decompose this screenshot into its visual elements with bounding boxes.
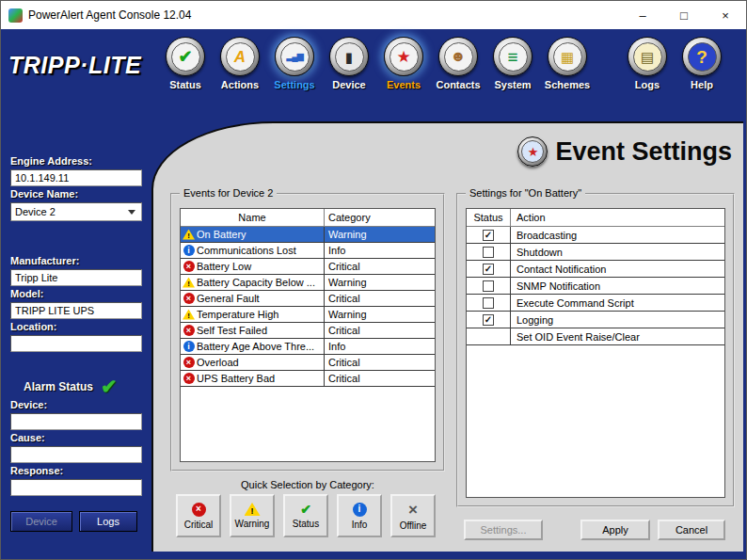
table-row[interactable]: Execute Command Script [467, 295, 724, 312]
nav-item-status[interactable]: ✔Status [158, 37, 213, 90]
warning-icon: ! [183, 230, 195, 240]
app-icon [8, 8, 23, 23]
model-label: Model: [10, 288, 142, 300]
quick-status-button[interactable]: ✔Status [283, 494, 328, 537]
table-row[interactable]: !On BatteryWarning [181, 227, 435, 243]
nav-item-label: Settings [274, 79, 314, 90]
status-cell [467, 328, 510, 344]
table-row[interactable]: iBattery Age Above Thre...Info [181, 339, 435, 355]
model-field[interactable]: TRIPP LITE UPS [10, 302, 142, 319]
table-row[interactable]: SNMP Notification [467, 278, 724, 295]
minimize-button[interactable]: – [622, 1, 663, 29]
nav-item-contacts[interactable]: ☻Contacts [431, 37, 485, 90]
close-button[interactable]: × [705, 1, 746, 29]
event-icon-cell: × [181, 261, 197, 272]
critical-icon: × [183, 373, 195, 384]
device-field[interactable] [10, 413, 142, 430]
checkbox[interactable]: ✓ [483, 230, 494, 241]
nav-item-logs[interactable]: ▤Logs [620, 37, 675, 90]
system-icon: ≡ [493, 37, 532, 76]
nav-item-label: System [494, 79, 531, 90]
checkbox[interactable] [483, 297, 494, 309]
event-name: Battery Age Above Thre... [197, 341, 324, 352]
info-icon: i [353, 503, 367, 517]
table-row[interactable]: ×Self Test FailedCritical [181, 323, 435, 339]
response-field[interactable] [10, 479, 142, 496]
table-row[interactable]: ×UPS Battery BadCritical [181, 371, 435, 387]
cause-field[interactable] [10, 446, 142, 463]
checkbox[interactable]: ✓ [483, 314, 494, 326]
manufacturer-field[interactable]: Tripp Lite [10, 269, 142, 286]
quick-offline-button[interactable]: ×Offline [390, 494, 436, 537]
event-icon-cell: i [181, 341, 197, 352]
event-category: Info [324, 243, 435, 258]
checkbox[interactable]: ✓ [483, 264, 494, 275]
nav-item-label: Events [387, 79, 421, 90]
table-row[interactable]: ×OverloadCritical [181, 355, 435, 371]
table-row[interactable]: ✓Broadcasting [467, 227, 724, 244]
checkbox[interactable] [483, 280, 494, 292]
event-category: Warning [324, 227, 435, 242]
nav-item-actions[interactable]: AActions [213, 37, 267, 90]
table-row[interactable]: Set OID Event Raise/Clear [467, 328, 724, 345]
nav-item-device[interactable]: ▮Device [322, 37, 376, 90]
cancel-button[interactable]: Cancel [658, 520, 725, 540]
status-cell [467, 244, 510, 260]
quick-warning-button[interactable]: !Warning [230, 494, 275, 537]
column-header-category[interactable]: Category [324, 209, 435, 226]
table-row[interactable]: ✓Contact Notification [467, 261, 724, 278]
settings-groupbox-legend: Settings for "On Battery" [466, 187, 585, 199]
table-row[interactable]: !Temperature HighWarning [181, 307, 435, 323]
nav-item-system[interactable]: ≡System [485, 37, 540, 90]
quick-info-button[interactable]: iInfo [337, 494, 382, 537]
event-category: Critical [324, 355, 435, 370]
column-header-action[interactable]: Action [510, 209, 724, 226]
quick-button-label: Status [293, 519, 319, 529]
column-header-status[interactable]: Status [467, 212, 510, 223]
nav-item-events[interactable]: ★Events [376, 37, 431, 90]
table-row[interactable]: iCommunications LostInfo [181, 243, 435, 259]
offline-icon: × [408, 502, 418, 518]
info-icon: i [183, 341, 195, 352]
events-groupbox: Events for Device 2 Name Category !On Ba… [170, 193, 445, 472]
toolbar-nav-right: ▤Logs?Help [620, 37, 729, 90]
action-label: Contact Notification [510, 261, 724, 277]
table-row[interactable]: ×General FaultCritical [181, 291, 435, 307]
device-name-select[interactable]: Device 2 [10, 202, 142, 221]
event-category: Critical [324, 323, 435, 338]
status-cell [467, 295, 510, 311]
logs-button[interactable]: Logs [79, 511, 137, 532]
nav-item-schemes[interactable]: ▦Schemes [540, 37, 595, 90]
event-category: Critical [324, 259, 435, 274]
quick-button-label: Critical [184, 520, 214, 530]
event-settings-icon: ★ [517, 136, 548, 167]
event-icon-cell: × [181, 357, 197, 368]
help-icon: ? [682, 37, 722, 76]
cause-label: Cause: [10, 432, 142, 444]
nav-item-settings[interactable]: ▂▄▆Settings [267, 37, 322, 90]
checkbox[interactable] [483, 247, 494, 258]
device-button[interactable]: Device [10, 511, 72, 532]
table-row[interactable]: !Battery Capacity Below ...Warning [181, 275, 435, 291]
sidebar-buttons: Device Logs [10, 511, 142, 532]
event-name: Overload [197, 357, 324, 368]
table-row[interactable]: ×Battery LowCritical [181, 259, 435, 275]
event-name: Temperature High [197, 309, 324, 320]
maximize-button[interactable]: □ [663, 1, 705, 29]
quick-selection-label: Quick Selection by Category: [170, 479, 445, 490]
column-header-name[interactable]: Name [181, 212, 324, 223]
quick-critical-button[interactable]: ×Critical [176, 494, 221, 537]
table-row[interactable]: ✓Logging [467, 312, 724, 328]
location-field[interactable] [10, 335, 142, 352]
settings-button[interactable]: Settings... [464, 520, 543, 540]
engine-address-field[interactable]: 10.1.149.11 [10, 169, 142, 186]
critical-icon: × [192, 503, 206, 517]
event-category: Critical [324, 291, 435, 306]
critical-icon: × [183, 261, 195, 272]
nav-item-help[interactable]: ?Help [675, 37, 729, 90]
event-icon-cell: × [181, 325, 197, 336]
table-row[interactable]: Shutdown [467, 244, 724, 261]
nav-item-label: Help [691, 79, 713, 90]
apply-button[interactable]: Apply [580, 520, 650, 540]
nav-item-label: Logs [635, 79, 660, 90]
